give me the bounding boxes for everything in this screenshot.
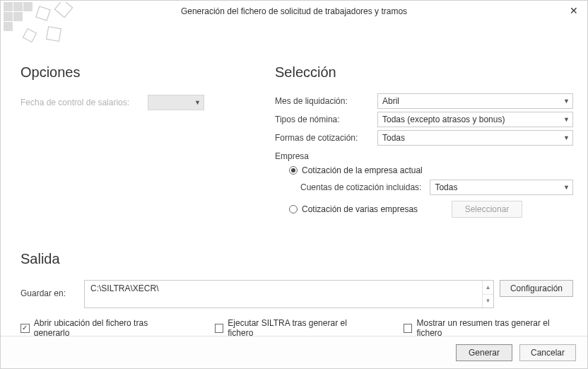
guardar-label: Guardar en: [20, 280, 78, 308]
chevron-down-icon: ▼ [563, 134, 570, 141]
fecha-control-combo: ▼ [148, 95, 204, 110]
tipos-combo[interactable]: Todas (excepto atrasos y bonus) ▼ [377, 112, 573, 127]
checkbox-icon [215, 324, 224, 333]
spin-up-icon[interactable]: ▲ [483, 281, 493, 294]
chevron-down-icon: ▼ [563, 184, 570, 191]
chk-mostrar-resumen[interactable]: Mostrar un resumen tras generar el fiche… [404, 318, 573, 338]
footer-bar: Generar Cancelar [1, 336, 587, 368]
formas-label: Formas de cotización: [275, 133, 377, 143]
tipos-label: Tipos de nómina: [275, 115, 377, 124]
checkbox-icon [404, 324, 413, 333]
cuentas-label: Cuentas de cotización incluidas: [300, 182, 421, 192]
cuentas-combo[interactable]: Todas ▼ [430, 180, 573, 195]
guardar-path-value: C:\SILTRA\XECR\ [85, 281, 482, 308]
chk-ejecutar-siltra[interactable]: Ejecutar SILTRA tras generar el fichero [215, 318, 371, 338]
cancelar-button[interactable]: Cancelar [519, 344, 576, 361]
mes-value: Abril [382, 96, 399, 106]
seleccion-heading: Selección [275, 64, 573, 81]
chk-abrir-ubicacion[interactable]: ✓ Abrir ubicación del fichero tras gener… [20, 318, 182, 338]
mes-combo[interactable]: Abril ▼ [377, 93, 573, 109]
svg-rect-9 [23, 29, 37, 42]
seleccion-section: Selección Mes de liquidación: Abril ▼ Ti… [275, 64, 573, 218]
radio-icon [289, 166, 298, 175]
guardar-path-box[interactable]: C:\SILTRA\XECR\ ▲ ▼ [84, 280, 494, 308]
fecha-control-label: Fecha de control de salarios: [20, 98, 148, 107]
formas-value: Todas [382, 133, 405, 143]
content-area: Opciones Fecha de control de salarios: ▼… [20, 64, 573, 326]
dialog-window: Generación del fichero de solicitud de t… [0, 0, 588, 369]
chk-abrir-label: Abrir ubicación del fichero tras generar… [34, 318, 182, 338]
opciones-section: Opciones Fecha de control de salarios: ▼ [20, 64, 254, 115]
checkbox-icon: ✓ [20, 324, 30, 333]
chevron-down-icon: ▼ [563, 116, 570, 123]
chk-resumen-label: Mostrar un resumen tras generar el fiche… [416, 318, 573, 338]
chevron-down-icon: ▼ [194, 99, 201, 106]
chevron-down-icon: ▼ [563, 98, 570, 105]
spin-down-icon[interactable]: ▼ [483, 294, 493, 308]
radio-empresa-actual-label: Cotización de la empresa actual [302, 165, 423, 175]
tipos-value: Todas (excepto atrasos y bonus) [382, 115, 505, 124]
opciones-heading: Opciones [20, 64, 254, 81]
salida-section: Salida Guardar en: C:\SILTRA\XECR\ ▲ ▼ C… [20, 251, 573, 338]
radio-icon [289, 205, 298, 213]
titlebar: Generación del fichero de solicitud de t… [1, 1, 587, 22]
chk-ejecutar-label: Ejecutar SILTRA tras generar el fichero [228, 318, 370, 338]
empresa-label: Empresa [275, 151, 573, 161]
configuracion-button[interactable]: Configuración [500, 280, 573, 297]
svg-rect-5 [4, 22, 13, 31]
seleccionar-button: Seleccionar [452, 201, 522, 218]
cuentas-value: Todas [435, 182, 457, 192]
svg-rect-8 [47, 27, 61, 42]
radio-varias-empresas[interactable]: Cotización de varias empresas Selecciona… [275, 201, 573, 218]
formas-combo[interactable]: Todas ▼ [377, 130, 573, 146]
radio-varias-label: Cotización de varias empresas [302, 204, 429, 214]
close-icon[interactable]: ✕ [568, 5, 580, 18]
generar-button[interactable]: Generar [456, 344, 512, 361]
salida-heading: Salida [20, 251, 573, 267]
path-spinner: ▲ ▼ [482, 281, 493, 308]
dialog-title: Generación del fichero de solicitud de t… [181, 6, 407, 16]
radio-empresa-actual[interactable]: Cotización de la empresa actual [275, 165, 573, 175]
mes-label: Mes de liquidación: [275, 96, 377, 106]
